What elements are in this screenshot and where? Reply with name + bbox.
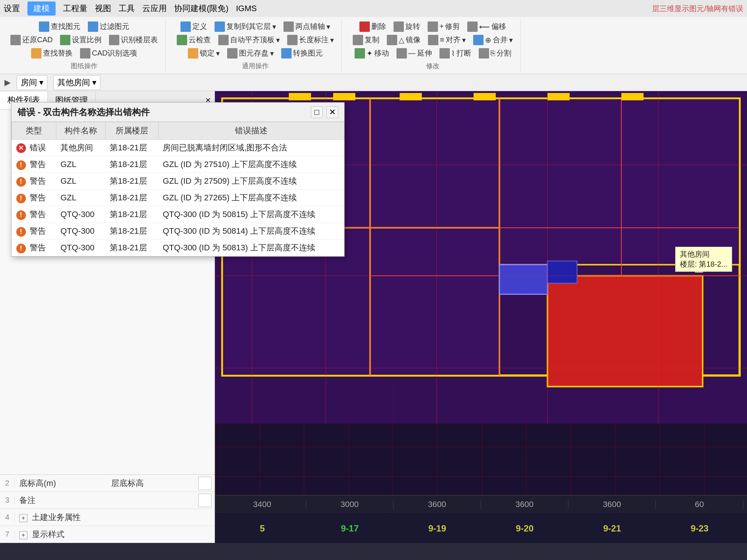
row-desc-cell: GZL (ID 为 27510) 上下层高度不连续 [158, 156, 344, 173]
split-icon [479, 48, 489, 59]
row-desc-cell: QTQ-300 (ID 为 50814) 上下层高度不连续 [158, 223, 344, 240]
axis-9-17: 9-17 [306, 523, 394, 534]
copy-btn[interactable]: 复制 [351, 34, 382, 46]
menu-yunyingyong[interactable]: 云应用 [142, 3, 167, 14]
col-type: 类型 [12, 122, 56, 140]
row-floor-cell: 第18-21层 [105, 140, 158, 156]
dialog-controls: □ ✕ [311, 106, 338, 118]
dialog-close-btn[interactable]: ✕ [326, 106, 338, 118]
offset-btn[interactable]: ⟵ 偏移 [465, 21, 508, 33]
svg-rect-20 [621, 93, 644, 100]
split-btn[interactable]: ⎘ 分割 [477, 47, 514, 59]
trim-btn[interactable]: + 修剪 [425, 21, 462, 33]
lock-btn[interactable]: 锁定▾ [186, 47, 222, 59]
element-save-btn[interactable]: 图元存盘▾ [225, 47, 276, 59]
two-point-axis-btn[interactable]: 两点辅轴▾ [281, 21, 332, 33]
expand-construction-btn[interactable]: + [19, 514, 27, 522]
extend-icon [396, 48, 407, 59]
menu-gcl[interactable]: 工程量 [63, 3, 87, 14]
row-type-cell: ! 警告 [12, 223, 56, 240]
filter-icon [88, 21, 98, 32]
svg-rect-17 [400, 93, 422, 100]
break-btn[interactable]: ⌇ 打断 [437, 47, 474, 59]
find-replace-btn[interactable]: 查找替换 [29, 47, 75, 59]
find-element-btn[interactable]: 查找图元 [37, 21, 83, 33]
prop-check-2[interactable] [198, 477, 212, 490]
table-header-row: 类型 构件名称 所属楼层 错误描述 [12, 122, 344, 140]
cloud-check-btn[interactable]: 云检查 [175, 34, 213, 46]
prop-row-4: 4 + 土建业务属性 [0, 509, 215, 526]
row-desc-cell: GZL (ID 为 27509) 上下层高度不连续 [158, 173, 344, 190]
menu-jianmo[interactable]: 建模 [27, 1, 56, 16]
define-btn[interactable]: 定义 [178, 21, 209, 33]
align-btn-icon [428, 35, 438, 45]
set-scale-btn[interactable]: 设置比例 [58, 34, 104, 46]
table-row[interactable]: ! 警告 GZL 第18-21层 GZL (ID 为 27509) 上下层高度不… [12, 173, 344, 190]
dropdown-bar: ▶ 房间 ▾ 其他房间 ▾ [0, 74, 747, 91]
drawing-ops-group: 查找图元 过滤图元 还原CAD 设置比例 识别楼层表 [3, 19, 166, 72]
identify-floor-btn[interactable]: 识别楼层表 [107, 34, 160, 46]
prop-row-7: 7 + 显示样式 [0, 526, 215, 543]
svg-rect-5 [370, 228, 499, 376]
lock-icon [188, 48, 198, 59]
room-dropdown[interactable]: 房间 ▾ [17, 75, 47, 90]
prop-label-notes: 备注 [15, 495, 107, 506]
move-btn[interactable]: ✦ 移动 [352, 47, 391, 59]
ruler-mark-1: 3400 [219, 500, 306, 509]
row-floor-cell: 第18-21层 [105, 156, 158, 173]
length-mark-btn[interactable]: 长度标注▾ [285, 34, 336, 46]
drawing-ops-label: 图纸操作 [71, 61, 97, 70]
axis-9-19: 9-19 [394, 523, 481, 534]
menu-shitu[interactable]: 视图 [95, 3, 111, 14]
ruler-mark-3: 3600 [394, 500, 481, 509]
menu-bar: 设置 建模 工程量 视图 工具 云应用 协同建模(限免) IGMS 层三维显示图… [0, 0, 747, 17]
dialog-minimize-btn[interactable]: □ [311, 106, 323, 118]
menu-igms[interactable]: IGMS [236, 4, 257, 13]
menu-shezhi[interactable]: 设置 [4, 3, 20, 14]
prop-check-3[interactable] [198, 494, 212, 507]
error-dialog: 错误 - 双击构件名称选择出错构件 □ ✕ 类型 构件名称 所属楼层 错误描述 [11, 102, 345, 257]
prop-num-7: 7 [0, 530, 15, 539]
prop-label-display: + 显示样式 [15, 529, 215, 540]
table-row[interactable]: ! 警告 QTQ-300 第18-21层 QTQ-300 (ID 为 50815… [12, 206, 344, 223]
axis-9-21: 9-21 [568, 523, 656, 534]
copy-to-floor-btn[interactable]: 复制到其它层▾ [212, 21, 278, 33]
tooltip-line2: 楼层: 第18-2... [680, 259, 727, 269]
merge-btn[interactable]: ⊕ 合并▾ [471, 34, 515, 46]
mirror-btn[interactable]: △ 镜像 [385, 34, 423, 46]
axis-labels: 5 9-17 9-19 9-20 9-21 9-23 [215, 514, 747, 543]
table-row[interactable]: ✕ 错误 其他房间 第18-21层 房间已脱离墙封闭区域,图形不合法 [12, 140, 344, 156]
auto-align-btn[interactable]: 自动平齐顶板▾ [216, 34, 282, 46]
col-floor: 所属楼层 [105, 122, 158, 140]
dialog-titlebar: 错误 - 双击构件名称选择出错构件 □ ✕ [11, 103, 344, 122]
table-row[interactable]: ! 警告 QTQ-300 第18-21层 QTQ-300 (ID 为 50814… [12, 223, 344, 240]
menu-xietong[interactable]: 协同建模(限免) [174, 3, 229, 14]
convert-element-btn[interactable]: 转换图元 [279, 47, 325, 59]
row-type-cell: ! 警告 [12, 206, 56, 223]
table-row[interactable]: ! 警告 GZL 第18-21层 GZL (ID 为 27510) 上下层高度不… [12, 156, 344, 173]
row-icon: ! [16, 177, 26, 187]
toolbar: 设置 建模 工程量 视图 工具 云应用 协同建模(限免) IGMS 层三维显示图… [0, 0, 747, 74]
ruler-mark-6: 60 [656, 500, 743, 509]
restore-cad-btn[interactable]: 还原CAD [8, 34, 55, 46]
convert-icon [281, 48, 292, 59]
other-room-dropdown[interactable]: 其他房间 ▾ [53, 75, 100, 90]
offset-icon [467, 21, 478, 32]
expand-display-btn[interactable]: + [19, 531, 27, 539]
delete-btn[interactable]: 删除 [357, 21, 388, 33]
cad-options-btn[interactable]: CAD识别选项 [78, 47, 139, 59]
menu-gongju[interactable]: 工具 [119, 3, 135, 14]
mirror-icon [387, 35, 397, 45]
col-desc: 错误描述 [158, 122, 344, 140]
filter-element-btn[interactable]: 过滤图元 [86, 21, 132, 33]
align-btn[interactable]: ≡ 对齐▾ [426, 34, 468, 46]
row-icon: ! [16, 227, 26, 237]
main-area: 构件列表 图纸管理 ✕ 错误 - 双击构件名称选择出错构件 □ ✕ 类型 构件名… [0, 91, 747, 543]
table-row[interactable]: ! 警告 GZL 第18-21层 GZL (ID 为 27265) 上下层高度不… [12, 190, 344, 206]
copy-icon [353, 35, 363, 45]
modify-group: 删除 旋转 + 修剪 ⟵ 偏移 复制 △ 镜像 [345, 19, 521, 72]
extend-btn[interactable]: — 延伸 [394, 47, 434, 59]
rotate-btn[interactable]: 旋转 [391, 21, 422, 33]
row-floor-cell: 第18-21层 [105, 173, 158, 190]
table-row[interactable]: ! 警告 QTQ-300 第18-21层 QTQ-300 (ID 为 50813… [12, 240, 344, 256]
